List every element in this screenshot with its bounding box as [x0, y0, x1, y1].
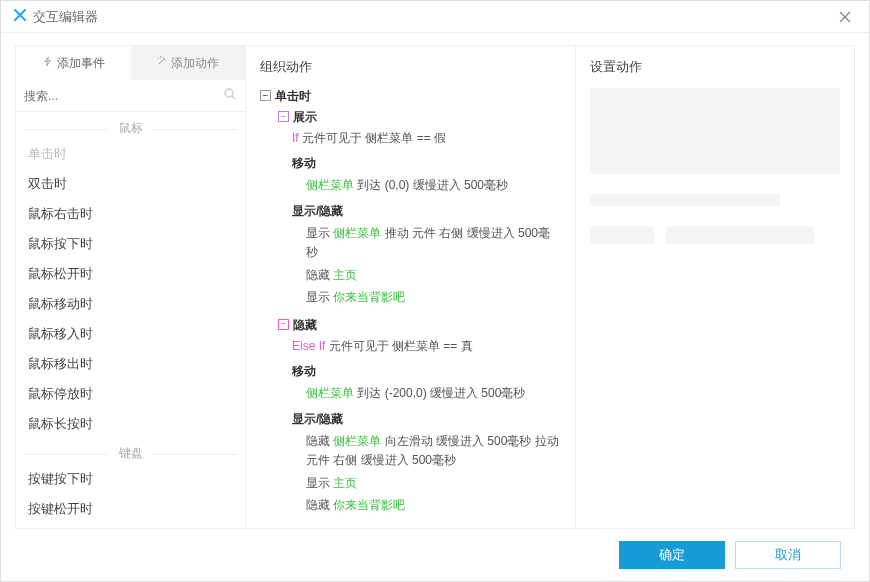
group-label: 鼠标 [16, 120, 245, 137]
section-title[interactable]: 移动 [292, 363, 561, 380]
center-header: 组织动作 [260, 58, 561, 76]
event-item[interactable]: 双击时 [16, 169, 245, 199]
event-item[interactable]: 单击时 [16, 139, 245, 169]
action-line[interactable]: 侧栏菜单 到达 (-200,0) 缓慢进入 500毫秒 [306, 384, 561, 403]
titlebar: 交互编辑器 [1, 1, 869, 33]
collapse-toggle-icon[interactable]: − [278, 111, 289, 122]
center-panel: 组织动作 −单击时−展示If 元件可见于 侧栏菜单 == 假移动侧栏菜单 到达 … [246, 46, 576, 528]
collapse-toggle-icon[interactable]: − [278, 319, 289, 330]
action-line[interactable]: 显示 你来当背影吧 [306, 288, 561, 307]
event-root-label[interactable]: 单击时 [275, 88, 311, 105]
tab-add-event-label: 添加事件 [57, 55, 105, 72]
placeholder-row [590, 226, 840, 244]
section-title[interactable]: 移动 [292, 155, 561, 172]
search-row [16, 80, 245, 112]
collapse-toggle-icon[interactable]: − [260, 90, 271, 101]
ok-button-label: 确定 [659, 546, 685, 564]
search-input[interactable] [24, 89, 223, 103]
tab-add-event[interactable]: 添加事件 [16, 46, 131, 80]
placeholder-line [590, 194, 780, 206]
action-line[interactable]: 隐藏 主页 [306, 266, 561, 285]
event-item[interactable]: 鼠标移出时 [16, 349, 245, 379]
action-line[interactable]: 侧栏菜单 到达 (0,0) 缓慢进入 500毫秒 [306, 176, 561, 195]
event-list: 鼠标单击时双击时鼠标右击时鼠标按下时鼠标松开时鼠标移动时鼠标移入时鼠标移出时鼠标… [16, 112, 245, 528]
event-item[interactable]: 鼠标长按时 [16, 409, 245, 439]
close-icon[interactable] [833, 5, 857, 29]
footer: 确定 取消 [15, 529, 855, 581]
section-title[interactable]: 显示/隐藏 [292, 203, 561, 220]
event-item[interactable]: 按键松开时 [16, 494, 245, 524]
action-line[interactable]: 隐藏 侧栏菜单 向左滑动 缓慢进入 500毫秒 拉动 元件 右侧 缓慢进入 50… [306, 432, 561, 470]
left-panel: 添加事件 添加动作 鼠标单击时双击时鼠标右击时鼠标按下时鼠标松开时 [16, 46, 246, 528]
case-label[interactable]: 隐藏 [293, 317, 317, 334]
action-tree: −单击时−展示If 元件可见于 侧栏菜单 == 假移动侧栏菜单 到达 (0,0)… [260, 88, 561, 515]
cancel-button-label: 取消 [775, 546, 801, 564]
tab-add-action-label: 添加动作 [171, 55, 219, 72]
lightning-icon [42, 56, 53, 70]
section-title[interactable]: 显示/隐藏 [292, 411, 561, 428]
event-item[interactable]: 鼠标移动时 [16, 289, 245, 319]
svg-point-0 [225, 89, 233, 97]
action-line[interactable]: 显示 侧栏菜单 推动 元件 右侧 缓慢进入 500毫秒 [306, 224, 561, 262]
event-item[interactable]: 按键按下时 [16, 464, 245, 494]
event-item[interactable]: 鼠标右击时 [16, 199, 245, 229]
right-header: 设置动作 [590, 58, 840, 76]
placeholder-small [666, 226, 814, 244]
window-title: 交互编辑器 [33, 8, 98, 26]
placeholder-block [590, 88, 840, 174]
search-icon[interactable] [223, 87, 237, 104]
action-line[interactable]: 隐藏 你来当背影吧 [306, 496, 561, 515]
group-label: 键盘 [16, 445, 245, 462]
cancel-button[interactable]: 取消 [735, 541, 841, 569]
interaction-editor-window: 交互编辑器 添加事件 [0, 0, 870, 582]
wand-icon [156, 56, 167, 70]
event-item[interactable]: 鼠标松开时 [16, 259, 245, 289]
event-item[interactable]: 鼠标按下时 [16, 229, 245, 259]
action-line[interactable]: 显示 主页 [306, 474, 561, 493]
right-panel: 设置动作 [576, 46, 854, 528]
event-item[interactable]: 鼠标停放时 [16, 379, 245, 409]
ok-button[interactable]: 确定 [619, 541, 725, 569]
tab-add-action[interactable]: 添加动作 [131, 46, 246, 80]
event-item[interactable]: 鼠标移入时 [16, 319, 245, 349]
app-logo-icon [13, 8, 27, 26]
condition-line[interactable]: Else If 元件可见于 侧栏菜单 == 真 [292, 338, 561, 355]
condition-line[interactable]: If 元件可见于 侧栏菜单 == 假 [292, 130, 561, 147]
placeholder-small [590, 226, 654, 244]
case-label[interactable]: 展示 [293, 109, 317, 126]
